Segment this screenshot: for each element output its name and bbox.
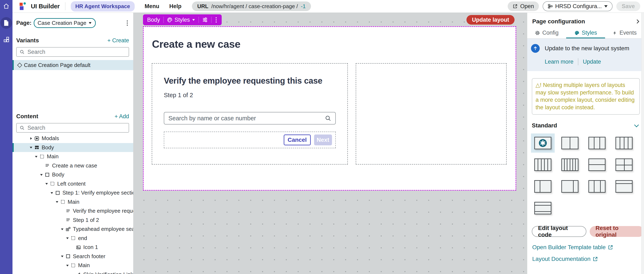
caret-right-icon[interactable]: [29, 137, 33, 140]
menu-button[interactable]: Menu: [145, 3, 160, 10]
layout-option-aside-left[interactable]: [531, 177, 555, 196]
settings-sliders-icon[interactable]: [202, 17, 208, 23]
tree-item-left-content[interactable]: Left content: [12, 179, 133, 189]
variant-item-selected[interactable]: Case Creation Page default: [12, 60, 133, 70]
tab-styles[interactable]: Styles: [566, 28, 605, 38]
open-builder-template-link[interactable]: Open Builder Template table: [532, 244, 644, 251]
design-canvas[interactable]: Body Styles Update layout Create a new c…: [134, 13, 527, 274]
learn-more-link[interactable]: Learn more: [545, 59, 574, 65]
reset-to-original-button[interactable]: Reset to original: [590, 226, 644, 237]
components-icon[interactable]: [0, 33, 12, 46]
config-scope-dropdown[interactable]: HRSD Configura...: [543, 1, 612, 11]
tree-item-body[interactable]: Body: [12, 143, 133, 152]
layout-option-cols-3[interactable]: [585, 133, 609, 153]
layout-option-aside-right[interactable]: [558, 177, 582, 196]
pages-icon[interactable]: [0, 17, 12, 29]
url-bar[interactable]: URL /now/hr/agent / case-creation-page /…: [192, 2, 311, 11]
caret-down-icon[interactable]: [50, 191, 54, 195]
next-button[interactable]: Next: [314, 134, 332, 145]
home-icon[interactable]: [0, 0, 12, 13]
verify-employee-section[interactable]: Verify the employee requesting this case…: [152, 63, 348, 165]
gear-icon: [535, 30, 540, 36]
page-selector[interactable]: Case Creation Page: [34, 18, 96, 28]
layout-documentation-link[interactable]: Layout Documentation: [532, 256, 644, 262]
update-link[interactable]: Update: [583, 59, 601, 65]
tree-item-body[interactable]: Body: [12, 170, 133, 179]
tree-item-label: Verify the employee requesting this case: [73, 208, 133, 214]
caret-down-icon[interactable]: [65, 264, 70, 267]
caret-down-icon[interactable]: [39, 173, 44, 176]
layout-option-header-body[interactable]: [612, 177, 636, 196]
arrow-up-circle-icon: [531, 44, 540, 53]
tree-item-skip-verification-link[interactable]: Skip Verification Link: [12, 270, 133, 274]
panel-scrollbar[interactable]: [641, 13, 644, 274]
url-label: URL: [197, 3, 208, 10]
image-icon: [76, 245, 81, 250]
tree-item-main[interactable]: Main: [12, 152, 133, 161]
create-variant-button[interactable]: + Create: [108, 37, 129, 44]
open-button[interactable]: Open: [508, 2, 539, 11]
update-layout-button[interactable]: Update layout: [466, 15, 514, 25]
layout-option-cols-5[interactable]: [531, 155, 555, 174]
external-link-icon: [592, 256, 598, 262]
tree-item-label: Modals: [42, 135, 59, 142]
caret-down-icon[interactable]: [60, 255, 64, 258]
employee-search-input[interactable]: Search by name or case number: [164, 112, 336, 124]
right-content-slot[interactable]: [356, 63, 506, 165]
tree-item-main[interactable]: Main: [12, 261, 133, 270]
search-footer-slot[interactable]: Cancel Next: [164, 131, 336, 148]
container-icon: [65, 254, 71, 259]
caret-down-icon[interactable]: [29, 146, 33, 149]
tree-item-step-1-of-2[interactable]: Step 1 of 2: [12, 216, 133, 225]
layout-icon: [34, 145, 40, 150]
tree-item-label: Step 1 of 2: [73, 217, 99, 223]
tree-item-label: Create a new case: [52, 163, 97, 169]
tree-item-end[interactable]: end: [12, 234, 133, 243]
layout-option-freeform-selected[interactable]: ✱: [531, 133, 555, 153]
caret-down-icon[interactable]: [44, 182, 49, 185]
tab-events[interactable]: Events: [605, 28, 644, 38]
help-button[interactable]: Help: [169, 3, 182, 10]
tab-config[interactable]: Config: [527, 28, 566, 38]
tree-item-modals[interactable]: Modals: [12, 134, 133, 143]
content-title: Content: [16, 113, 38, 120]
workspace-pill[interactable]: HR Agent Workspace: [71, 1, 135, 12]
edit-layout-code-button[interactable]: Edit layout code: [532, 226, 586, 237]
tree-item-verify-the-employee-requesting-this-case[interactable]: Verify the employee requesting this case: [12, 206, 133, 216]
tree-item-icon-1[interactable]: Icon 1: [12, 243, 133, 252]
tree-item-create-a-new-case[interactable]: Create a new case: [12, 161, 133, 170]
collapse-panel-chevron-icon[interactable]: [635, 19, 639, 24]
layout-option-cols-2[interactable]: [558, 133, 582, 153]
variant-icon: [17, 63, 22, 68]
save-button[interactable]: Save: [616, 2, 640, 11]
layout-option-cols-4[interactable]: [612, 133, 636, 153]
slot-icon: [50, 181, 55, 186]
page-body-frame[interactable]: Create a new case Verify the employee re…: [143, 26, 516, 191]
panel-title: Page configuration: [532, 18, 585, 25]
left-panel: Page: Case Creation Page Variants + Crea…: [12, 13, 134, 274]
caret-down-icon[interactable]: [34, 155, 38, 158]
tree-item-search-footer[interactable]: Search footer: [12, 252, 133, 261]
layout-option-cols-6[interactable]: [558, 155, 582, 174]
variants-search-input[interactable]: Search: [16, 47, 129, 57]
caret-down-icon[interactable]: [60, 227, 64, 231]
layout-option-header-body-footer[interactable]: [531, 199, 555, 218]
url-path: /now/hr/agent / case-creation-page /: [211, 3, 298, 10]
cancel-button[interactable]: Cancel: [284, 134, 311, 145]
content-search-input[interactable]: Search: [16, 123, 129, 133]
app-header: UI Builder HR Agent Workspace Menu Help …: [12, 0, 644, 13]
canvas-page-title: Create a new case: [152, 38, 516, 50]
layout-option-three-col[interactable]: [585, 177, 609, 196]
tree-item-typeahead-employee-search[interactable]: Typeahead employee search: [12, 225, 133, 234]
caret-down-icon[interactable]: [55, 200, 59, 204]
layout-option-grid-2x2[interactable]: [612, 155, 636, 174]
tree-item-main[interactable]: Main: [12, 197, 133, 207]
add-content-button[interactable]: + Add: [114, 113, 129, 120]
more-options-kebab-icon[interactable]: [215, 17, 218, 23]
collapse-section-chevron-icon[interactable]: [634, 122, 639, 127]
styles-dropdown[interactable]: Styles: [167, 17, 196, 23]
caret-down-icon[interactable]: [65, 236, 70, 240]
layout-option-rows-2[interactable]: [585, 155, 609, 174]
page-menu-kebab-icon[interactable]: [125, 20, 130, 27]
tree-item-step-1-verify-employee-section[interactable]: Step 1: Verify employee section: [12, 188, 133, 197]
